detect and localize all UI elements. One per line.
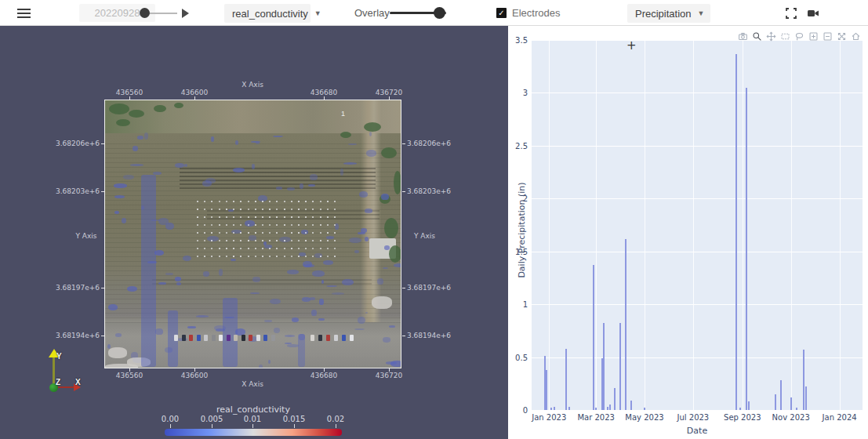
x-axis-title-bottom: X Axis: [242, 380, 263, 388]
axis-tick-mark: [129, 368, 130, 372]
overlay-opacity-slider[interactable]: [388, 0, 449, 26]
zoom-in-icon[interactable]: [808, 31, 819, 42]
axis-tick-mark: [402, 336, 405, 336]
x-tick-label: Mar 2023: [577, 413, 615, 422]
y-tick-label: 1: [523, 300, 528, 309]
play-button[interactable]: [178, 0, 192, 26]
lasso-select-icon[interactable]: [794, 31, 805, 42]
orientation-axes-widget[interactable]: Y Z X: [36, 346, 91, 401]
y-tick-label: 0: [523, 406, 528, 415]
precip-bar: [619, 323, 621, 410]
y-tick-label: 3: [523, 89, 528, 97]
map-marker-label: 1: [341, 110, 345, 118]
v-gridline: [791, 40, 792, 410]
y-tick-label-left: 3.68197e+6: [55, 284, 100, 292]
colorbar-gradient: [165, 429, 342, 436]
zoom-out-icon[interactable]: [822, 31, 833, 42]
y-axis-title-left: Y Axis: [75, 232, 96, 240]
app-root: real_conductivity ▼ Overlay ✓ Electrodes…: [0, 0, 868, 439]
x-tick-label: May 2023: [625, 413, 663, 422]
precip-bar: [593, 265, 594, 410]
y-axis-title-right: Y Axis: [414, 232, 435, 240]
chart-type-dropdown[interactable]: Precipitation ▼: [627, 4, 710, 23]
h-gridline: [532, 357, 863, 358]
map-tint-layer: [105, 100, 401, 368]
y-tick-label: 3.5: [515, 36, 528, 45]
precip-bar: [805, 386, 807, 410]
precip-bar: [625, 239, 626, 411]
plotly-modebar: [737, 31, 862, 42]
h-gridline: [532, 252, 863, 252]
y-tick-label-left: 3.68203e+6: [55, 187, 100, 195]
x-tick-label-bottom: 436680: [311, 372, 337, 379]
x-tick-label: Nov 2023: [772, 413, 810, 422]
axis-tick-mark: [402, 288, 405, 288]
menu-icon[interactable]: [16, 0, 31, 26]
y-tick-label-left: 3.68194e+6: [55, 332, 100, 339]
x-axis-label: X: [75, 378, 81, 386]
map-viewport[interactable]: X Axis X Axis Y Axis Y Axis 436560436560…: [0, 26, 508, 439]
h-gridline: [532, 198, 863, 199]
camera-icon[interactable]: [737, 31, 749, 42]
colorbar-title: real_conductivity: [216, 405, 290, 415]
x-tick-label-top: 436680: [311, 89, 337, 96]
y-tick-label-right: 3.68206e+6: [407, 140, 451, 147]
colorbar-tick-mark: [336, 424, 336, 428]
v-gridline: [549, 40, 550, 410]
colorbar-tick-label: 0.02: [327, 415, 344, 423]
box-select-icon[interactable]: [779, 31, 791, 42]
colorbar-tick-mark: [294, 424, 295, 428]
axis-tick-mark: [389, 368, 390, 372]
axis-tick-mark: [194, 368, 195, 372]
colorbar-tick-label: 0.01: [244, 415, 261, 423]
axis-tick-mark: [402, 143, 405, 144]
precip-bar: [748, 401, 750, 410]
y-tick-label-right: 3.68194e+6: [407, 332, 451, 339]
precip-bar: [550, 408, 552, 410]
x-tick-label: Jul 2023: [677, 413, 710, 422]
reset-axes-icon[interactable]: [850, 31, 862, 42]
chevron-down-icon: ▼: [314, 9, 321, 17]
precip-bar: [546, 370, 547, 410]
plot-area[interactable]: [532, 40, 863, 410]
h-gridline: [532, 410, 863, 411]
video-camera-icon[interactable]: [807, 7, 819, 20]
h-gridline: [532, 93, 863, 93]
variable-dropdown-value: real_conductivity: [232, 8, 308, 20]
precip-bar: [796, 408, 797, 410]
chart-type-dropdown-value: Precipitation: [635, 8, 692, 20]
v-gridline: [840, 40, 841, 410]
fullscreen-icon[interactable]: [785, 7, 797, 20]
x-tick-label-bottom: 436600: [181, 372, 208, 379]
colorbar-tick-label: 0.005: [201, 415, 223, 423]
v-gridline: [693, 40, 694, 410]
precip-bar: [607, 407, 608, 410]
axis-tick-mark: [324, 368, 325, 372]
aerial-map[interactable]: 1: [104, 100, 401, 368]
timeline-slider-knob[interactable]: [140, 8, 150, 18]
x-tick-label-bottom: 436720: [376, 372, 402, 379]
precipitation-chart: 00.511.522.533.5 Jan 2023Mar 2023May 202…: [508, 26, 868, 439]
y-tick-label-left: 3.68206e+6: [55, 140, 100, 147]
timeline-slider[interactable]: [140, 0, 177, 26]
timeline-slider-track: [146, 13, 177, 14]
precip-bar: [803, 350, 804, 410]
x-tick-label-top: 436720: [376, 89, 402, 96]
checkbox-checked-icon[interactable]: ✓: [496, 8, 507, 18]
x-tick-label-top: 436560: [116, 89, 143, 96]
colorbar-tick-mark: [170, 424, 171, 428]
x-tick-label-top: 436600: [181, 89, 208, 96]
precip-bar: [554, 407, 555, 410]
play-icon: [182, 9, 189, 18]
zoom-icon[interactable]: [751, 31, 763, 42]
autoscale-icon[interactable]: [836, 31, 848, 42]
precip-bar: [790, 397, 792, 410]
pan-icon[interactable]: [765, 31, 777, 42]
precip-bar: [603, 323, 605, 410]
precip-bar: [780, 380, 782, 410]
variable-dropdown[interactable]: real_conductivity ▼: [224, 4, 311, 23]
overlay-slider-knob[interactable]: [434, 7, 445, 19]
precip-bar: [614, 388, 616, 410]
precip-bar: [609, 405, 611, 410]
electrodes-checkbox[interactable]: ✓ Electrodes: [496, 0, 560, 26]
